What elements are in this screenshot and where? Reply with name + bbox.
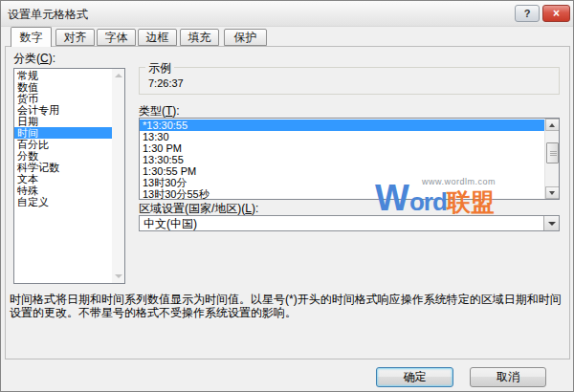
- type-item-selected[interactable]: *13:30:55: [140, 120, 544, 131]
- category-label: 分类(C):: [13, 51, 55, 67]
- type-item[interactable]: 13时30分: [140, 177, 544, 188]
- close-button[interactable]: ×: [542, 5, 570, 22]
- dropdown-arrow-button[interactable]: [543, 216, 559, 230]
- category-item[interactable]: 自定义: [14, 196, 112, 207]
- category-item[interactable]: 数值: [14, 81, 112, 93]
- locale-value: 中文(中国): [144, 217, 197, 230]
- tab-font[interactable]: 字体: [97, 29, 136, 46]
- scroll-down-icon: [549, 191, 555, 195]
- ok-button[interactable]: 确定: [376, 367, 453, 387]
- category-item[interactable]: 常规: [14, 70, 112, 81]
- category-item[interactable]: 百分比: [14, 139, 112, 150]
- tab-border[interactable]: 边框: [138, 29, 177, 46]
- format-cells-dialog: 设置单元格格式 ? × 数字 对齐 字体 边框 填充 保护 分类(C): 常规 …: [0, 0, 574, 392]
- category-item[interactable]: 分数: [14, 150, 112, 162]
- sample-label: 示例: [145, 60, 174, 76]
- type-item[interactable]: 13:30: [140, 131, 544, 142]
- category-item-selected[interactable]: 时间: [14, 127, 112, 139]
- scrollbar-thumb[interactable]: [546, 142, 559, 163]
- type-item[interactable]: 1:30 PM: [140, 142, 544, 154]
- category-item[interactable]: 文本: [14, 173, 112, 185]
- number-tab-page: 分类(C): 常规 数值 货币 会计专用 日期 时间 百分比 分数 科学记数 文…: [5, 46, 570, 359]
- locale-dropdown[interactable]: 中文(中国): [139, 215, 560, 231]
- scroll-up-icon: [549, 123, 555, 127]
- tab-alignment[interactable]: 对齐: [55, 29, 95, 46]
- category-item[interactable]: 日期: [14, 116, 112, 127]
- help-icon: ?: [524, 8, 531, 19]
- sample-value: 7:26:37: [148, 77, 184, 89]
- type-item[interactable]: 13时30分55秒: [140, 188, 544, 200]
- scroll-up-button[interactable]: [545, 119, 560, 131]
- scroll-down-icon: [115, 274, 122, 278]
- thumb-grip-icon: [550, 151, 557, 156]
- sample-groupbox: 示例 7:26:37: [139, 67, 560, 95]
- category-scrollbar: [112, 69, 124, 283]
- type-listbox[interactable]: *13:30:55 13:30 1:30 PM 13:30:55 1:30:55…: [139, 118, 560, 200]
- category-item[interactable]: 货币: [14, 93, 112, 104]
- close-icon: ×: [553, 7, 560, 20]
- title-bar[interactable]: 设置单元格格式 ? ×: [1, 1, 573, 27]
- category-listbox[interactable]: 常规 数值 货币 会计专用 日期 时间 百分比 分数 科学记数 文本 特殊 自定…: [13, 68, 125, 284]
- category-item[interactable]: 会计专用: [14, 104, 112, 116]
- chevron-down-icon: [548, 222, 556, 226]
- scroll-up-icon: [115, 74, 122, 77]
- help-button[interactable]: ?: [515, 5, 540, 22]
- tab-number[interactable]: 数字: [11, 27, 52, 47]
- category-item[interactable]: 特殊: [14, 185, 112, 196]
- type-item[interactable]: 1:30:55 PM: [140, 165, 544, 177]
- category-item[interactable]: 科学记数: [14, 162, 112, 173]
- scroll-down-button[interactable]: [545, 186, 560, 199]
- type-item[interactable]: 13:30:55: [140, 154, 544, 165]
- description-text: 时间格式将日期和时间系列数值显示为时间值。以星号(*)开头的时间格式响应操作系统…: [10, 294, 566, 319]
- cancel-button[interactable]: 取消: [470, 367, 546, 387]
- type-scrollbar[interactable]: [544, 119, 559, 199]
- tab-protection[interactable]: 保护: [224, 29, 267, 46]
- window-title: 设置单元格格式: [8, 7, 88, 23]
- tab-fill[interactable]: 填充: [180, 29, 219, 46]
